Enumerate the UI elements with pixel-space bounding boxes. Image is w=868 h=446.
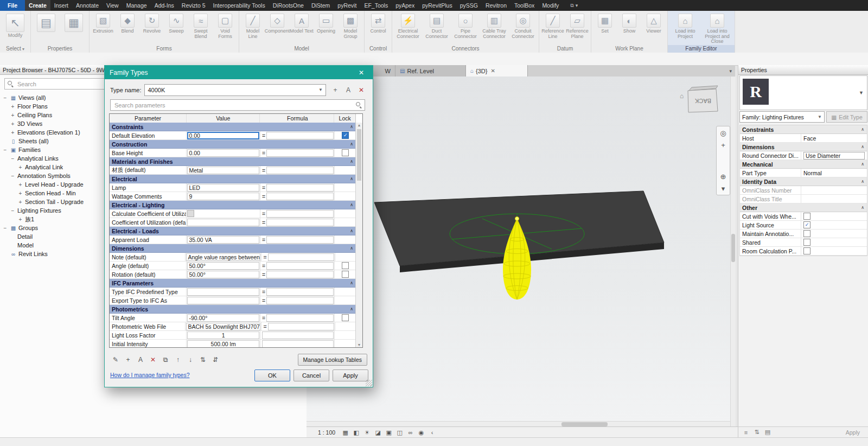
- value-field[interactable]: Angle value ranges between 6°: [186, 253, 260, 261]
- vertical-scrollbar[interactable]: [730, 77, 736, 426]
- formula-cell[interactable]: =: [260, 166, 335, 174]
- tree-item-views-all[interactable]: −▦Views (all): [2, 93, 105, 102]
- tool-swept-blend[interactable]: ≈Swept Blend: [189, 12, 213, 39]
- lock-checkbox[interactable]: [342, 271, 349, 278]
- reveal-hidden-elements-icon[interactable]: ◉: [417, 429, 426, 437]
- property-checkbox[interactable]: [803, 247, 810, 254]
- formula-cell[interactable]: =: [261, 322, 335, 330]
- tree-item-section-head-min[interactable]: +Section Head - Min: [2, 189, 105, 197]
- tool-opening[interactable]: ▭Opening: [314, 12, 338, 34]
- formula-field[interactable]: [266, 236, 334, 244]
- parameter-section-constraints[interactable]: Constraints∧: [110, 123, 356, 131]
- type-name-combo[interactable]: 4000K ▼: [144, 84, 326, 96]
- property-checkbox[interactable]: [803, 221, 810, 228]
- parameter-row-type-ifc-predefined-type[interactable]: Type IFC Predefined Type=: [110, 288, 356, 296]
- close-icon[interactable]: ✕: [355, 67, 368, 78]
- property-group-dimensions[interactable]: Dimensions∧: [740, 143, 867, 151]
- sort-ascending-icon[interactable]: ⇅: [197, 355, 208, 365]
- move-down-icon[interactable]: ↓: [185, 355, 196, 365]
- menu-tab-pyrevit[interactable]: pyRevit: [334, 0, 360, 11]
- formula-field[interactable]: [266, 210, 334, 218]
- tree-item-groups[interactable]: −▩Groups: [2, 224, 105, 232]
- parameter-section-electrical-loads[interactable]: Electrical - Loads∧: [110, 227, 356, 235]
- parameter-row-wattage-comments[interactable]: Wattage Comments9=: [110, 192, 356, 201]
- menu-tab-distem[interactable]: DiStem: [308, 0, 334, 11]
- project-browser-search[interactable]: [4, 78, 107, 90]
- close-tab-icon[interactable]: ✕: [490, 68, 495, 74]
- tool-model-text[interactable]: AModel Text: [290, 12, 314, 34]
- shadows-icon[interactable]: ◪: [373, 429, 382, 437]
- value-field[interactable]: 9: [187, 193, 259, 200]
- parameter-row-材质-default[interactable]: 材质 (default)Metal=: [110, 166, 356, 175]
- tree-item-annotation-symbols[interactable]: −Annotation Symbols: [2, 171, 105, 180]
- collapse-icon[interactable]: ∧: [350, 124, 353, 129]
- screen-switch-icon[interactable]: ⧉▾: [566, 0, 582, 11]
- value-field[interactable]: [187, 219, 259, 226]
- value-field[interactable]: 500.00 lm: [187, 340, 259, 348]
- formula-cell[interactable]: =: [260, 314, 335, 322]
- formula-field[interactable]: [266, 132, 334, 139]
- menu-tab-toolbox[interactable]: ToolBox: [510, 0, 538, 11]
- type-selector[interactable]: R ▼: [739, 75, 867, 110]
- tree-item-analytical-links[interactable]: −Analytical Links: [2, 154, 105, 163]
- tool-modify[interactable]: ↖Modify: [2, 12, 29, 39]
- collapse-icon[interactable]: ∧: [861, 205, 864, 210]
- value-field[interactable]: Metal: [187, 167, 259, 174]
- property-row-part-type[interactable]: Part TypeNormal: [740, 169, 867, 177]
- tool-reference-plane[interactable]: ▱Reference Plane: [565, 12, 589, 39]
- tree-expander-icon[interactable]: +: [10, 121, 16, 127]
- show-crop-region-icon[interactable]: ◫: [395, 429, 404, 437]
- tree-expander-icon[interactable]: +: [17, 199, 23, 205]
- formula-field[interactable]: [266, 167, 334, 174]
- parameter-row-lamp[interactable]: LampLED=: [110, 183, 356, 192]
- view-tab-ref-level[interactable]: ▤Ref. Level: [395, 65, 466, 77]
- delete-parameter-icon[interactable]: ✕: [148, 355, 158, 365]
- menu-tab-pyssg[interactable]: pySSG: [456, 0, 482, 11]
- collapse-icon[interactable]: ∧: [350, 228, 353, 233]
- edit-parameter-icon[interactable]: ✎: [110, 355, 121, 365]
- tree-expander-icon[interactable]: −: [10, 156, 16, 162]
- tool-grid4[interactable]: ▦: [60, 12, 87, 32]
- formula-field[interactable]: [268, 323, 334, 330]
- tool-sweep[interactable]: ∿Sweep: [164, 12, 188, 34]
- tree-item-analytical-link[interactable]: +Analytical Link: [2, 163, 105, 171]
- formula-cell[interactable]: =: [260, 183, 335, 192]
- dialog-title-bar[interactable]: Family Types ✕: [105, 66, 373, 79]
- collapse-icon[interactable]: ∧: [861, 144, 864, 149]
- lock-checkbox[interactable]: [342, 262, 349, 269]
- tool-reference-line[interactable]: ╱Reference Line: [541, 12, 565, 39]
- value-field[interactable]: 50.00°: [187, 271, 259, 278]
- property-row-light-source[interactable]: Light Source: [740, 221, 867, 230]
- temporary-hide-isolate-icon[interactable]: ∞: [406, 429, 415, 437]
- collapse-icon[interactable]: ∧: [350, 281, 353, 285]
- formula-field[interactable]: [266, 219, 334, 226]
- formula-cell[interactable]: =: [261, 253, 335, 261]
- parameter-row-base-height[interactable]: Base Height0.00=: [110, 149, 356, 157]
- tree-expander-icon[interactable]: −: [10, 208, 16, 214]
- tool-model-line[interactable]: ╱Model Line: [241, 12, 265, 39]
- scroll-down-icon[interactable]: ▼: [356, 343, 362, 347]
- tool-load-into-project[interactable]: ⌂Load into Project: [669, 12, 701, 39]
- formula-cell[interactable]: =: [260, 296, 335, 304]
- tree-item-section-tail-upgrade[interactable]: +Section Tail - Upgrade: [2, 197, 105, 206]
- value-field[interactable]: 0.00: [187, 132, 259, 139]
- value-field[interactable]: -90.00°: [187, 314, 259, 322]
- collapse-icon[interactable]: ∧: [861, 162, 864, 167]
- collapse-icon[interactable]: ∧: [350, 159, 353, 164]
- menu-tab-view[interactable]: View: [103, 0, 123, 11]
- formula-field[interactable]: [266, 262, 334, 270]
- parameter-section-materials-and-finishes[interactable]: Materials and Finishes∧: [110, 157, 356, 166]
- property-row-cut-with-voids-whe[interactable]: Cut with Voids Whe...: [740, 212, 867, 221]
- tree-item-族1[interactable]: +族1: [2, 215, 105, 224]
- collapse-icon[interactable]: ∧: [350, 307, 353, 311]
- menu-tab-interoperability-tools[interactable]: Interoperability Tools: [209, 0, 269, 11]
- navigation-wheel-icon[interactable]: ◎: [718, 128, 729, 138]
- tree-expander-icon[interactable]: +: [10, 112, 16, 118]
- formula-field[interactable]: [268, 253, 334, 261]
- parameter-row-rotation-default[interactable]: Rotation (default)50.00°=: [110, 270, 356, 279]
- sort-descending-icon[interactable]: ⇵: [210, 355, 221, 365]
- rename-type-icon[interactable]: A: [342, 85, 354, 95]
- property-row-host[interactable]: HostFace: [740, 134, 867, 143]
- tree-item-level-head-upgrade[interactable]: +Level Head - Upgrade: [2, 180, 105, 189]
- collapse-icon[interactable]: ∧: [350, 246, 353, 251]
